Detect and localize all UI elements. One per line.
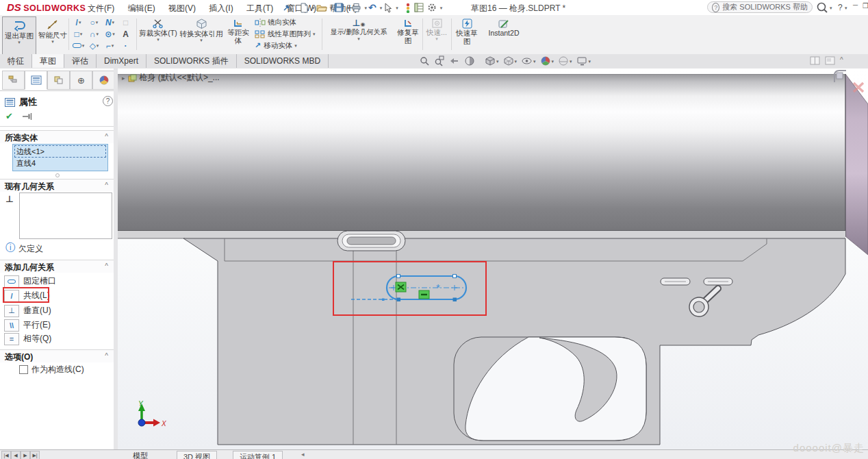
zoom-fit-icon[interactable]: [419, 55, 430, 66]
slide-flange-band[interactable]: [118, 231, 845, 238]
displaymanager-tab[interactable]: [92, 71, 115, 90]
new-document-icon[interactable]: [300, 3, 309, 13]
menu-insert[interactable]: 插入(I): [209, 3, 233, 14]
select-caret-icon[interactable]: ▾: [396, 5, 398, 10]
mirror-entities-button[interactable]: 镜向实体: [255, 16, 296, 28]
collapse-chevron-icon[interactable]: ^: [105, 262, 108, 270]
search-box[interactable]: ? 搜索 SOLIDWORKS 帮助: [707, 1, 813, 13]
print-caret-icon[interactable]: ▾: [365, 5, 368, 10]
collapse-chevron-icon[interactable]: ^: [105, 133, 108, 140]
slot-relation-badge[interactable]: [396, 282, 406, 292]
apply-scene-icon[interactable]: ▾: [558, 55, 572, 66]
task-pane-icon[interactable]: [414, 3, 424, 12]
point-tool[interactable]: ·: [118, 42, 133, 50]
ellipse-tool[interactable]: ⊙▾: [102, 30, 118, 38]
selected-entity-item[interactable]: 直线4: [14, 158, 106, 169]
tab-scroll-icon[interactable]: ◂: [301, 451, 305, 458]
slot-tool[interactable]: ▾: [71, 43, 86, 48]
spline-tool[interactable]: N▾: [102, 18, 118, 27]
hide-show-items-icon[interactable]: ▾: [521, 55, 536, 66]
pm-pin-icon[interactable]: [22, 112, 33, 121]
tab-features[interactable]: 特征: [0, 54, 32, 68]
pin-menubar-icon[interactable]: [282, 3, 292, 12]
search-magnifier-icon[interactable]: [816, 1, 828, 16]
model-tab[interactable]: 模型: [127, 451, 154, 459]
collapse-chevron-icon[interactable]: ^: [105, 352, 108, 360]
exit-sketch-button[interactable]: 退出草图 ▾: [2, 16, 36, 55]
nav-first-button[interactable]: |◀: [1, 451, 11, 459]
selected-entities-listbox[interactable]: 边线<1> 直线4: [12, 144, 108, 171]
circle-tool[interactable]: ○▾: [86, 18, 102, 27]
open-document-icon[interactable]: [316, 3, 327, 12]
move-caret-icon[interactable]: ▾: [294, 43, 297, 48]
sketch-vertex[interactable]: [397, 298, 401, 302]
display-delete-relations-button[interactable]: ⊥◉ 显示/删除几何关系 ▾: [324, 16, 393, 52]
options-gear-icon[interactable]: [427, 3, 437, 12]
rectangle-tool[interactable]: □▾: [71, 30, 86, 38]
tab-dimxpert[interactable]: DimXpert: [97, 54, 146, 68]
offset-entities-button[interactable]: 等距实体: [226, 16, 251, 52]
print-icon[interactable]: [351, 3, 361, 12]
tab-sketch[interactable]: 草图: [31, 54, 64, 68]
pm-help-icon[interactable]: ?: [103, 96, 113, 106]
split-pane-icon[interactable]: [810, 56, 820, 65]
tab-sw-mbd[interactable]: SOLIDWORKS MBD: [237, 54, 329, 68]
fixed-slot-relation-button[interactable]: 固定槽口: [4, 275, 56, 288]
tab-sw-addins[interactable]: SOLIDWORKS 插件: [146, 54, 237, 68]
motion-study-tab[interactable]: 运动算例 1: [233, 451, 283, 459]
section-view-icon[interactable]: [464, 55, 475, 66]
pm-ok-button[interactable]: ✔: [5, 111, 13, 121]
exit-sketch-caret-icon[interactable]: ▾: [18, 40, 21, 45]
top-slot-feature[interactable]: [337, 231, 405, 251]
collapse-chevron-icon[interactable]: ^: [105, 182, 108, 189]
smart-dimension-caret-icon[interactable]: ▾: [51, 39, 54, 44]
sketch-vertex[interactable]: [397, 275, 400, 278]
configurationmanager-tab[interactable]: [47, 71, 70, 90]
undo-icon[interactable]: ↶: [368, 2, 376, 13]
save-caret-icon[interactable]: ▾: [347, 5, 350, 10]
display-style-icon[interactable]: ▾: [503, 55, 518, 66]
collapse-ribbon-icon[interactable]: ^: [840, 56, 843, 65]
options-caret-icon[interactable]: ▾: [440, 5, 443, 10]
linear-pattern-button[interactable]: 线性草图阵列 ▾: [255, 28, 316, 40]
restore-button[interactable]: ❐: [863, 2, 868, 10]
trim-entities-button[interactable]: 剪裁实体(T) ▾: [138, 16, 178, 52]
parallel-relation-button[interactable]: \\ 平行(E): [4, 319, 51, 332]
view-settings-icon[interactable]: ▾: [576, 55, 591, 66]
search-caret-icon[interactable]: ▾: [830, 5, 832, 10]
menu-file[interactable]: 文件(F): [88, 3, 114, 14]
collinear-relation-badge[interactable]: [419, 290, 429, 299]
graphics-viewport[interactable]: * Y X: [118, 69, 868, 449]
sketch-vertex[interactable]: [453, 298, 457, 302]
line-tool[interactable]: /▾: [71, 18, 86, 27]
construction-line-option[interactable]: 作为构造线(C): [19, 364, 84, 375]
menu-view[interactable]: 视图(V): [168, 3, 196, 14]
pattern-caret-icon[interactable]: ▾: [313, 32, 316, 36]
construction-line-checkbox[interactable]: [19, 365, 28, 374]
help-caret-icon[interactable]: ▾: [845, 5, 847, 10]
nav-last-button[interactable]: ▶|: [30, 451, 40, 459]
convert-entities-button[interactable]: 转换实体引用 ▾: [179, 16, 223, 52]
dimxpertmanager-tab[interactable]: ⊕: [70, 71, 92, 90]
undo-caret-icon[interactable]: ▾: [380, 5, 383, 10]
tab-evaluate[interactable]: 评估: [64, 54, 97, 68]
flyout-feature-tree[interactable]: ▸ 枪身 (默认<<默认>_...: [122, 72, 220, 84]
nav-prev-button[interactable]: ◀: [11, 451, 21, 459]
instant2d-button[interactable]: Instant2D: [483, 16, 524, 52]
existing-relations-header[interactable]: 现有几何关系 ^: [0, 179, 114, 192]
fillet-tool[interactable]: ⌐▾: [102, 42, 118, 50]
selected-entities-header[interactable]: 所选实体 ^: [0, 130, 114, 143]
text-tool[interactable]: A: [118, 30, 133, 38]
part-name[interactable]: 枪身 (默认<<默认>_...: [140, 72, 220, 84]
full-screen-icon[interactable]: [825, 56, 835, 65]
save-icon[interactable]: [334, 3, 344, 12]
menu-edit[interactable]: 编辑(E): [128, 3, 155, 14]
options-header[interactable]: 选项(O) ^: [0, 349, 114, 362]
new-caret-icon[interactable]: ▾: [312, 5, 315, 10]
smart-dimension-button[interactable]: 智能尺寸 ▾: [38, 16, 67, 52]
view-orientation-icon[interactable]: ▾: [485, 55, 499, 66]
muzzle-end-face[interactable]: [845, 74, 868, 255]
expand-arrow-icon[interactable]: ▸: [122, 75, 125, 82]
gun-slide-cylinder[interactable]: [118, 74, 845, 231]
open-caret-icon[interactable]: ▾: [331, 5, 333, 10]
